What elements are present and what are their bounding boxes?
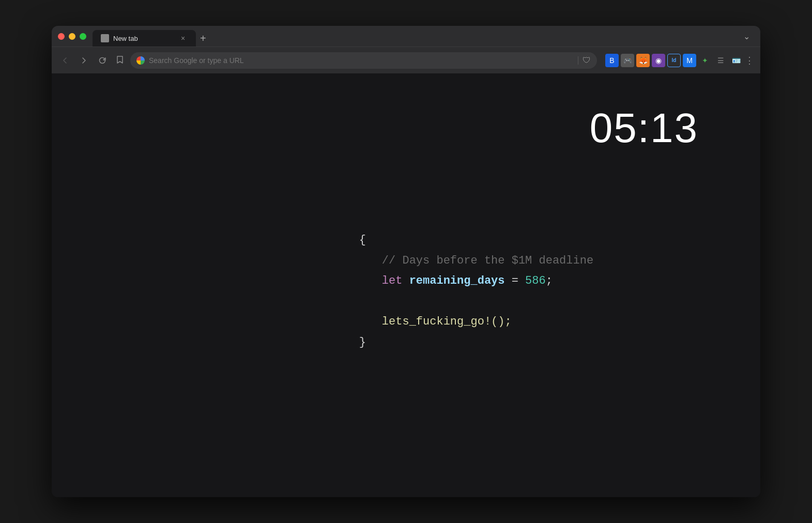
window-controls bbox=[58, 33, 86, 40]
extension-checklist[interactable]: ☰ bbox=[714, 54, 727, 67]
close-button[interactable] bbox=[58, 33, 65, 40]
minimize-button[interactable] bbox=[69, 33, 75, 40]
extensions-menu-button[interactable]: ⋮ bbox=[745, 55, 754, 66]
tab-favicon bbox=[101, 34, 109, 42]
back-button[interactable] bbox=[58, 53, 72, 68]
browser-window: New tab × + ⌄ 🛡 B 🎮 🦊 bbox=[52, 26, 760, 497]
shield-icon: 🛡 bbox=[583, 56, 591, 65]
tab-title: New tab bbox=[113, 35, 174, 42]
nav-bar: 🛡 B 🎮 🦊 ◉ Id M ✦ ☰ 🪪 ⋮ bbox=[52, 47, 760, 73]
tabs-area: New tab × + bbox=[93, 26, 739, 47]
extension-bitwarden[interactable]: B bbox=[605, 54, 619, 67]
maximize-button[interactable] bbox=[80, 33, 86, 40]
bookmark-button[interactable] bbox=[114, 55, 126, 66]
tab-close-button[interactable]: × bbox=[178, 34, 188, 43]
code-empty-line bbox=[359, 291, 593, 312]
code-brace-open: { bbox=[359, 230, 593, 251]
title-bar: New tab × + ⌄ bbox=[52, 26, 760, 47]
extension-mail[interactable]: M bbox=[683, 54, 696, 67]
tab-dropdown-button[interactable]: ⌄ bbox=[739, 32, 754, 41]
clock-display: 05:13 bbox=[590, 104, 698, 152]
address-divider bbox=[578, 56, 578, 65]
extension-fox[interactable]: 🦊 bbox=[636, 54, 650, 67]
code-block: { // Days before the $1M deadline let re… bbox=[359, 230, 593, 353]
extensions-area: B 🎮 🦊 ◉ Id M ✦ ☰ 🪪 ⋮ bbox=[605, 54, 754, 67]
main-content: 05:13 { // Days before the $1M deadline … bbox=[52, 73, 760, 497]
new-tab-button[interactable]: + bbox=[196, 30, 210, 47]
forward-button[interactable] bbox=[76, 53, 91, 68]
google-icon bbox=[136, 56, 145, 65]
code-brace-close: } bbox=[359, 332, 593, 353]
extension-wallet[interactable]: 🪪 bbox=[729, 54, 743, 67]
address-bar-container: 🛡 bbox=[130, 52, 597, 69]
code-let-statement: let remaining_days = 586; bbox=[359, 271, 593, 291]
active-tab[interactable]: New tab × bbox=[93, 30, 196, 47]
address-input[interactable] bbox=[149, 56, 574, 65]
reload-button[interactable] bbox=[95, 53, 110, 68]
extension-puzzle[interactable]: ✦ bbox=[698, 54, 712, 67]
extension-purple[interactable]: ◉ bbox=[652, 54, 665, 67]
extension-gaming[interactable]: 🎮 bbox=[621, 54, 634, 67]
code-comment: // Days before the $1M deadline bbox=[359, 251, 593, 271]
code-function-call: lets_fucking_go!(); bbox=[359, 312, 593, 332]
extension-adobe-id[interactable]: Id bbox=[667, 54, 681, 67]
